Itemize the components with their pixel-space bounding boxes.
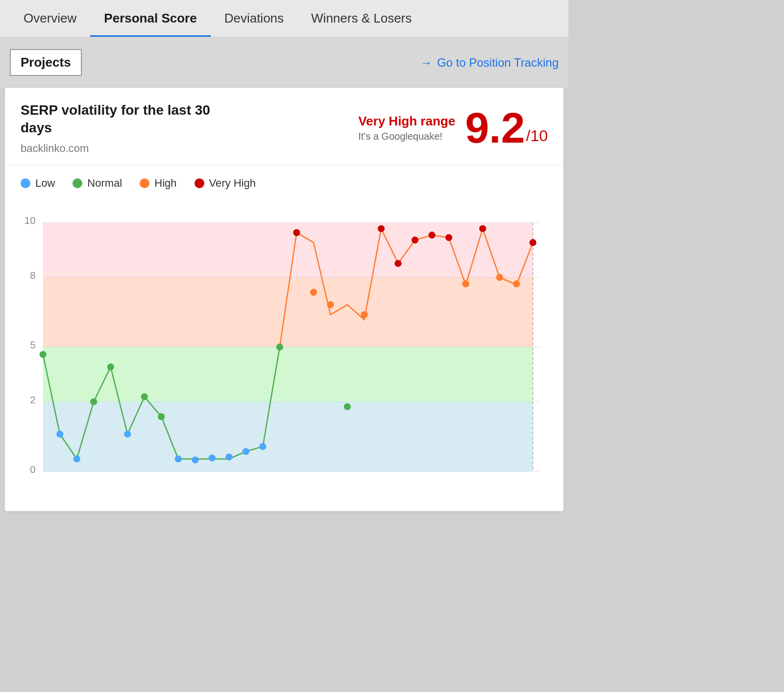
score-display: 9.2/10 — [465, 106, 548, 149]
normal-band — [43, 347, 533, 402]
legend-label-normal: Normal — [87, 177, 122, 190]
dot-10 — [209, 454, 216, 461]
dot-5 — [124, 430, 131, 437]
main-card: SERP volatility for the last 30 days bac… — [5, 88, 564, 511]
dot-2 — [74, 455, 80, 462]
dot-30 — [529, 239, 536, 246]
dot-23 — [412, 237, 418, 244]
legend-dot-high — [140, 178, 149, 188]
y-label-8: 8 — [30, 270, 35, 281]
dot-26 — [479, 225, 486, 232]
y-label-5: 5 — [30, 340, 35, 350]
chart-container: 10 8 5 2 0 — [5, 198, 564, 511]
dot-25 — [462, 280, 469, 287]
navigation-tabs: Overview Personal Score Deviations Winne… — [0, 0, 568, 37]
legend-item-normal: Normal — [73, 177, 122, 190]
volatility-label-group: Very High range It's a Googlequake! — [358, 114, 455, 142]
score-denom: /10 — [526, 128, 548, 144]
dot-6 — [141, 393, 148, 400]
dot-22 — [394, 260, 401, 267]
dot-29 — [513, 280, 520, 287]
top-bar: Projects → Go to Position Tracking — [0, 37, 568, 88]
dot-24 — [428, 231, 435, 238]
tab-personal-score[interactable]: Personal Score — [90, 0, 210, 37]
dot-11 — [225, 453, 232, 460]
projects-button[interactable]: Projects — [10, 49, 82, 76]
tab-overview[interactable]: Overview — [10, 0, 90, 37]
legend-dot-normal — [73, 178, 82, 188]
dot-21 — [378, 225, 385, 232]
y-label-2: 2 — [30, 395, 35, 405]
chart-legend: Low Normal High Very High — [5, 165, 564, 198]
dot-13 — [259, 443, 266, 450]
volatility-subtitle: It's a Googlequake! — [358, 131, 455, 142]
y-label-0: 0 — [30, 464, 35, 475]
dot-20 — [361, 311, 368, 318]
dot-14 — [276, 344, 283, 350]
dot-8 — [175, 455, 182, 462]
dot-28 — [496, 274, 503, 281]
chart-svg-wrapper: 10 8 5 2 0 — [21, 198, 548, 492]
legend-label-very-high: Very High — [209, 177, 256, 190]
y-label-10: 10 — [24, 215, 36, 226]
card-title-section: SERP volatility for the last 30 days bac… — [21, 101, 226, 155]
dot-15 — [293, 229, 300, 236]
legend-item-high: High — [140, 177, 176, 190]
chart-svg: 10 8 5 2 0 — [21, 198, 548, 492]
dot-18 — [327, 301, 334, 308]
very-high-band — [43, 222, 533, 277]
tab-deviations[interactable]: Deviations — [211, 0, 297, 37]
volatility-score-section: Very High range It's a Googlequake! 9.2/… — [358, 106, 548, 149]
score-value: 9.2 — [465, 106, 525, 149]
card-title: SERP volatility for the last 30 days — [21, 101, 226, 137]
dot-1 — [56, 430, 63, 437]
volatility-range-label: Very High range — [358, 114, 455, 129]
dot-25r — [445, 234, 452, 241]
legend-dot-low — [21, 178, 30, 188]
legend-item-very-high: Very High — [195, 177, 256, 190]
dot-9 — [192, 456, 198, 463]
legend-item-low: Low — [21, 177, 55, 190]
card-header: SERP volatility for the last 30 days bac… — [5, 88, 564, 165]
dot-4 — [107, 363, 114, 370]
dot-12 — [243, 448, 249, 455]
legend-label-low: Low — [35, 177, 55, 190]
dot-3 — [90, 398, 97, 405]
dot-18b — [344, 403, 351, 410]
tracking-link-label: Go to Position Tracking — [437, 56, 559, 70]
legend-dot-very-high — [195, 178, 204, 188]
tab-winners-losers[interactable]: Winners & Losers — [297, 0, 425, 37]
position-tracking-link[interactable]: → Go to Position Tracking — [420, 56, 559, 70]
domain-label: backlinko.com — [21, 142, 226, 155]
low-band — [43, 402, 533, 471]
arrow-icon: → — [420, 56, 432, 70]
legend-label-high: High — [154, 177, 176, 190]
dot-0 — [40, 351, 47, 358]
dot-7 — [158, 413, 165, 420]
dot-17 — [310, 289, 317, 296]
